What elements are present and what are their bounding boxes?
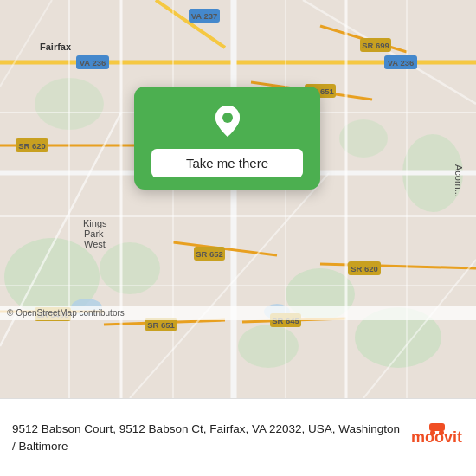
location-card: Take me there xyxy=(134,87,320,190)
svg-point-67 xyxy=(430,430,435,435)
moovit-logo: moovit xyxy=(410,421,464,454)
map-container: VA 237 VA 236 VA 236 SR 699 SR 651 SR 62… xyxy=(0,0,476,398)
svg-text:SR 699: SR 699 xyxy=(362,41,389,50)
svg-point-68 xyxy=(439,430,444,435)
fairfax-label: Fairfax xyxy=(40,42,72,52)
location-pin-icon xyxy=(209,102,247,140)
svg-text:SR 651: SR 651 xyxy=(147,320,175,330)
svg-text:SR 620: SR 620 xyxy=(18,141,46,151)
svg-text:West: West xyxy=(84,239,106,249)
info-bar: 9512 Babson Court, 9512 Babson Ct, Fairf… xyxy=(0,398,476,476)
svg-text:Kings: Kings xyxy=(83,218,107,228)
svg-rect-66 xyxy=(429,423,445,431)
copyright-text: © OpenStreetMap contributors xyxy=(7,308,125,318)
svg-text:Acorn...: Acorn... xyxy=(453,164,464,197)
svg-text:Park: Park xyxy=(84,228,104,239)
address-text: 9512 Babson Court, 9512 Babson Ct, Fairf… xyxy=(12,421,410,454)
take-me-there-button[interactable]: Take me there xyxy=(151,149,303,177)
svg-point-64 xyxy=(222,113,233,123)
svg-point-5 xyxy=(238,325,299,368)
copyright-bar: © OpenStreetMap contributors xyxy=(0,306,476,320)
svg-text:SR 652: SR 652 xyxy=(196,249,223,259)
svg-text:VA 237: VA 237 xyxy=(191,11,218,21)
svg-text:VA 236: VA 236 xyxy=(388,58,415,68)
map-svg: VA 237 VA 236 VA 236 SR 699 SR 651 SR 62… xyxy=(0,0,476,398)
moovit-logo-svg: moovit xyxy=(410,421,464,454)
svg-text:SR 620: SR 620 xyxy=(351,264,378,273)
svg-text:VA 236: VA 236 xyxy=(80,58,106,68)
address-line: 9512 Babson Court, 9512 Babson Ct, Fairf… xyxy=(12,422,400,453)
